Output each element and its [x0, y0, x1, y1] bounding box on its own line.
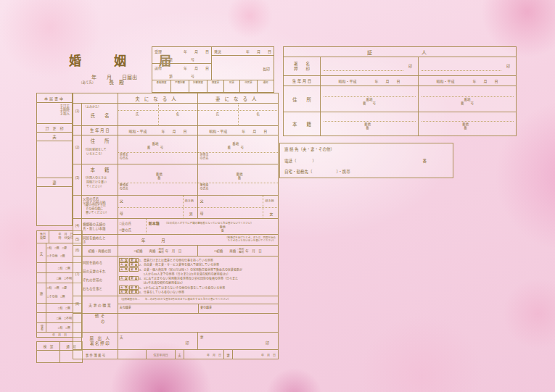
wife-signature-cell: 妻 印 [197, 333, 278, 349]
correction-husband-label: 夫 [37, 133, 72, 141]
occupation-label: 夫 妻 の 職 業 [81, 296, 118, 313]
cohabitation-label2: き [83, 240, 117, 243]
correction-box: 本届書中 字訂正 字削除 字加入 訂 正 印 夫 妻 [36, 93, 73, 226]
checkbox-square [135, 268, 137, 270]
new-honseki-cell: □夫の氏 □妻の氏 新本籍 （左の氏の人がすでに戸籍の筆頭者となっているときは書… [118, 219, 278, 234]
seal-mark: 印 [185, 340, 189, 345]
column-header-wife: 妻になる人 [197, 93, 278, 103]
forward-label: 送付 [155, 65, 162, 70]
witness-seal-label: 押 印 [284, 67, 320, 71]
residence-date-label: 住定年月日 [146, 350, 175, 359]
receipt-label: 受理 [155, 49, 162, 54]
checkbox-square [125, 259, 127, 262]
divorced-checkbox: □離別 [237, 251, 244, 254]
new-honseki-note: （左の氏の人がすでに戸籍の筆頭者となっているときは書かないでください） [165, 221, 278, 225]
son-label: 男 [189, 211, 193, 216]
witness-birthdate-label: 生 年 月 日 [284, 76, 320, 86]
witness-signature-row: 署 名 押 印 印 印 [284, 57, 516, 75]
intake-husband-label: 夫 [37, 243, 46, 263]
husband-parents-cell: 父 母 続き柄 男 [118, 196, 198, 218]
name-label: 氏 名 [83, 112, 116, 119]
witness-address-label: 住 所 [284, 86, 320, 112]
husband-label: 夫 [175, 350, 184, 359]
work-item: 2．自由業・商工業・サービス業等を個人で経営している世帯 [139, 262, 219, 267]
husband-work-checkbox: 夫 [119, 262, 128, 267]
husband-honseki-cell: 番地 番 筆頭者 の氏名 [118, 164, 198, 195]
husband-work-checkbox: 夫 [119, 285, 128, 290]
ban-label: 番 [156, 176, 163, 180]
first-marriage-checkbox: □初婚 再婚 [215, 249, 237, 253]
new-honseki-field-label: 新本籍 [149, 220, 160, 225]
witness1-address-cell: 番地 番 号 [320, 86, 418, 112]
work-item: 3．企業・個人商店等（官公庁は除く）の常用勤労者世帯で勤め先の従業者数が [139, 267, 242, 272]
husband-label: 夫 [120, 334, 123, 339]
husband-work-checkbox: 夫 [119, 267, 128, 272]
wife-parents-cell: 父 母 続き柄 女 [197, 196, 278, 218]
household-work-cell: 夫 妻 1．農業だけまたは農業とその他の仕事を持っている世帯 夫 妻 2．自由業… [118, 257, 278, 296]
seal-mark: 印 [266, 340, 269, 345]
other-field [118, 314, 278, 332]
ban-label: 番 [220, 230, 226, 233]
ban-label: 番 [364, 126, 371, 130]
row-name: (1) （よみかた） 氏 名 氏 名 氏 名 [73, 103, 278, 125]
marriage-registration-form-page: 婚 姻 届 年 月 日届出 （あて先） 長 殿 受理 年 月 日 第 号 送付 … [0, 0, 555, 392]
checkbox-square [135, 259, 137, 262]
column-header-husband: 夫になる人 [118, 93, 198, 103]
wife-label: 妻 [200, 334, 203, 339]
forward-number: 第 号 [152, 72, 211, 80]
cohabitation-cell: 年 月 （結婚式をあげたとき、または、同居を始め たときのうち早いほうを書いてく… [118, 235, 278, 245]
witness-honseki-row: 本 籍 番地 番 番地 番 [284, 112, 516, 135]
new-honseki-label2: 氏・新しい本籍 [83, 227, 117, 230]
husband-residence-date: 年 月 日 [184, 350, 223, 359]
mei-label: 名 [256, 112, 260, 116]
row-number: (3) [73, 164, 81, 195]
dispatch-label: 発送 [214, 49, 221, 54]
row-new-honseki: (4) 婚姻後の夫婦の 氏・新しい本籍 □夫の氏 □妻の氏 新本籍 （左の氏の人… [73, 218, 278, 234]
main-form-table: 夫になる人 妻になる人 (1) （よみかた） 氏 名 氏 名 氏 名 [73, 93, 279, 359]
husband-birthdate-cell: 昭和・平成 年 月 日 [118, 126, 198, 135]
row-number: (7) [73, 257, 81, 296]
father-label: 父 [120, 198, 123, 203]
contact-type-line: 自宅・勤務先〔 〕・携帯 [284, 169, 448, 175]
checkbox-square [135, 286, 137, 288]
occupation-cell: （国勢調査の年… 年…の4月1日から翌年3月31日までに届出をするときだけ書いて… [118, 296, 278, 313]
row-other: その他 [73, 313, 278, 332]
work-item: 4．3にあてはまらない常用勤労者世帯及び会社団体の役員の世帯（日々また [139, 276, 238, 280]
row-honseki: (3) 本 籍 （外国人のときは 国籍だけを書い てください） 番地 番 筆頭者… [73, 164, 278, 195]
row-address: (2) 住 所 （住民登録をして いるところ） 番地 番 号 世帯主 の氏名 [73, 135, 278, 164]
processing-stamp-row: 書類調査 戸籍記載 記載調査 調査票 附票 住民票 通知 [152, 80, 274, 92]
wife-work-checkbox: 妻 [129, 290, 139, 294]
husband-occupation-field: 夫の職業 [118, 304, 198, 313]
checkbox-square [125, 291, 127, 293]
phone-field: 電話（ ） [284, 158, 316, 164]
address-label: 住 所 [83, 137, 116, 144]
name-yomikata-label: （よみかた） [83, 104, 116, 109]
checkbox-square [125, 286, 127, 288]
wife-birthdate-cell: 昭和・平成 年 月 日 [197, 126, 278, 135]
correction-line: 字加入 [37, 112, 70, 115]
householder-label2: の氏名 [120, 157, 197, 161]
witness1-signature-cell: 印 [320, 57, 418, 75]
stamp-cell: 調査票 [207, 80, 223, 92]
work-item: 1．農業だけまたは農業とその他の仕事を持っている世帯 [139, 258, 213, 262]
witness-title: 証 人 [284, 47, 516, 57]
work-item: 5．1から4にあてはまらないその他の仕事をしている者のいる世帯 [139, 285, 225, 290]
row-number: (6) [73, 246, 81, 256]
witness2-address-cell: 番地 番 号 [418, 86, 516, 112]
intake-messenger-label: 使者 [37, 323, 46, 332]
checkbox-square [135, 278, 137, 280]
marriage-type-label: 初婚・再婚の別 [81, 246, 118, 256]
row-number: (8) [73, 296, 81, 313]
ban-label: 番 [462, 126, 469, 130]
wife-surname-checkbox: □妻の氏 [120, 228, 144, 232]
seal-mark: 印 [506, 63, 510, 68]
row-declarant: 届 出 人 署 名 押 印 夫 印 妻 印 [73, 332, 278, 349]
dispatch-date: 年 月 日 [246, 49, 271, 54]
contact-box: 連 絡 先（夫・妻・その他） 電話（ ） 番 自宅・勤務先〔 〕・携帯 [279, 143, 453, 178]
wife-honseki-cell: 番地 番 筆頭者 の氏名 [197, 164, 278, 195]
forward-date: 年 月 日 [184, 65, 209, 70]
row-number: (4) [73, 219, 81, 234]
work-item-continued: は1年未満の契約の雇用者は5） [144, 280, 184, 285]
verification-header: 検 認 [37, 342, 59, 351]
correction-seal-label: 訂 正 印 [37, 124, 72, 133]
